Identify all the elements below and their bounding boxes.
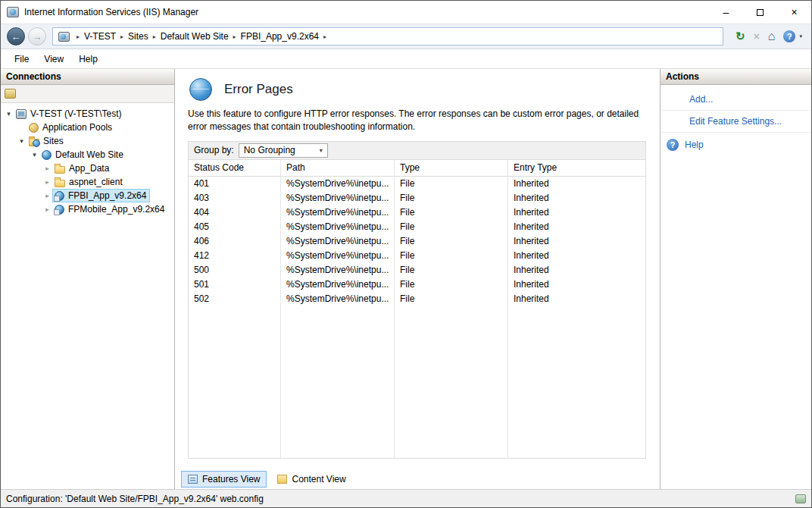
table-cell[interactable]: File xyxy=(395,205,508,220)
table-cell[interactable]: File xyxy=(395,292,508,306)
breadcrumb-arrow-icon: ▸ xyxy=(72,33,84,40)
menu-help[interactable]: Help xyxy=(71,51,105,67)
minimize-button[interactable]: – xyxy=(709,1,743,24)
table-cell[interactable]: 403 xyxy=(189,191,280,205)
table-cell[interactable]: %SystemDrive%\inetpu... xyxy=(281,205,394,220)
maximize-icon xyxy=(757,9,764,16)
tree-expander-icon[interactable]: ▸ xyxy=(42,205,52,213)
column-header-path[interactable]: Path xyxy=(281,160,394,177)
table-cell[interactable]: %SystemDrive%\inetpu... xyxy=(281,278,394,292)
table-cell[interactable]: Inherited xyxy=(508,205,645,220)
tree-expander-icon[interactable]: ▸ xyxy=(42,178,52,186)
table-cell[interactable]: %SystemDrive%\inetpu... xyxy=(281,220,394,234)
help-link[interactable]: ? Help xyxy=(661,133,811,157)
column-header-type[interactable]: Type xyxy=(395,160,508,177)
tree-expander-icon[interactable]: ▸ xyxy=(42,165,52,172)
table-cell[interactable]: %SystemDrive%\inetpu... xyxy=(281,292,394,306)
table-cell[interactable]: 500 xyxy=(189,263,280,278)
breadcrumb-site-icon xyxy=(58,32,70,42)
tab-content-view[interactable]: Content View xyxy=(270,471,352,488)
table-cell[interactable]: File xyxy=(395,263,508,278)
tree-item-label: App_Data xyxy=(69,163,109,174)
help-dropdown-icon[interactable]: ▾ xyxy=(799,33,802,39)
menu-file[interactable]: File xyxy=(7,51,36,67)
feature-content: Error Pages Use this feature to configur… xyxy=(175,69,660,469)
tree-item-application-pools[interactable]: Application Pools xyxy=(1,121,174,134)
table-column-status-code: Status Code401403404405406412500501502 xyxy=(189,160,281,458)
table-cell[interactable]: File xyxy=(395,249,508,263)
help-label: Help xyxy=(685,140,704,150)
table-cell[interactable]: 405 xyxy=(189,220,280,234)
action-add[interactable]: Add... xyxy=(661,89,811,110)
table-cell[interactable]: %SystemDrive%\inetpu... xyxy=(281,234,394,249)
table-cell[interactable]: %SystemDrive%\inetpu... xyxy=(281,177,394,191)
table-cell[interactable]: %SystemDrive%\inetpu... xyxy=(281,191,394,205)
group-by-dropdown[interactable]: No Grouping ▾ xyxy=(239,143,328,158)
tree-expander-icon[interactable]: ▾ xyxy=(17,137,27,145)
tree-item-default-web-site[interactable]: ▾Default Web Site xyxy=(1,148,174,161)
table-cell[interactable]: File xyxy=(395,234,508,249)
forward-button[interactable]: → xyxy=(28,27,46,45)
help-icon[interactable]: ? xyxy=(783,30,795,42)
create-connection-icon[interactable] xyxy=(5,89,16,99)
content-view-icon xyxy=(277,475,287,484)
tree-expander-icon[interactable]: ▸ xyxy=(42,192,52,199)
table-cell[interactable]: Inherited xyxy=(508,263,645,278)
breadcrumb[interactable]: ▸V-TEST▸Sites▸Default Web Site▸FPBI_App_… xyxy=(52,27,723,45)
table-cell[interactable]: 502 xyxy=(189,292,280,306)
table-cell[interactable]: 412 xyxy=(189,249,280,263)
table-cell[interactable]: Inherited xyxy=(508,234,645,249)
table-cell[interactable]: File xyxy=(395,278,508,292)
table-cell[interactable]: Inherited xyxy=(508,191,645,205)
table-column-filler xyxy=(189,306,280,458)
tree-item-v-test-v-test-test[interactable]: ▾V-TEST (V-TEST\Test) xyxy=(1,107,174,121)
table-cell[interactable]: File xyxy=(395,177,508,191)
view-tabs: Features ViewContent View xyxy=(175,469,660,489)
tree-item-fpmobile-app-v9-2x64[interactable]: ▸FPMobile_App_v9.2x64 xyxy=(1,202,174,216)
column-header-entry-type[interactable]: Entry Type xyxy=(508,160,645,177)
column-header-status-code[interactable]: Status Code xyxy=(189,160,280,177)
tree-expander-icon[interactable]: ▾ xyxy=(30,151,39,158)
breadcrumb-v-test[interactable]: V-TEST xyxy=(84,31,116,42)
table-cell[interactable]: 404 xyxy=(189,205,280,220)
table-cell[interactable]: Inherited xyxy=(508,177,645,191)
table-cell[interactable]: %SystemDrive%\inetpu... xyxy=(281,249,394,263)
error-pages-list: Status Code401403404405406412500501502Pa… xyxy=(188,160,646,459)
table-cell[interactable]: Inherited xyxy=(508,249,645,263)
breadcrumb-default-web-site[interactable]: Default Web Site xyxy=(161,31,229,42)
stop-icon[interactable]: × xyxy=(754,30,760,42)
action-edit-feature-settings[interactable]: Edit Feature Settings... xyxy=(661,111,811,132)
group-by-value: No Grouping xyxy=(244,145,295,155)
refresh-icon[interactable]: ↻ xyxy=(735,30,745,43)
table-cell[interactable]: File xyxy=(395,220,508,234)
table-column-type: TypeFileFileFileFileFileFileFileFileFile xyxy=(395,160,508,458)
tree-item-app-data[interactable]: ▸App_Data xyxy=(1,161,174,175)
tree-item-aspnet-client[interactable]: ▸aspnet_client xyxy=(1,175,174,189)
tree-item-label: FPBI_App_v9.2x64 xyxy=(68,190,146,201)
close-button[interactable]: × xyxy=(777,1,811,24)
table-cell[interactable]: Inherited xyxy=(508,220,645,234)
breadcrumb-sites[interactable]: Sites xyxy=(128,31,148,42)
tree-item-fpbi-app-v9-2x64[interactable]: ▸FPBI_App_v9.2x64 xyxy=(1,189,174,202)
tree-item-label: Application Pools xyxy=(42,122,112,133)
menu-view[interactable]: View xyxy=(36,51,71,67)
group-by-label: Group by: xyxy=(194,145,234,155)
tab-features-view[interactable]: Features View xyxy=(181,471,267,488)
back-button[interactable]: ← xyxy=(7,27,25,45)
tree-item-sites[interactable]: ▾Sites xyxy=(1,134,174,148)
table-column-filler xyxy=(395,306,508,458)
app-icon xyxy=(55,205,64,215)
tab-label: Features View xyxy=(202,474,260,484)
table-cell[interactable]: Inherited xyxy=(508,292,645,306)
table-cell[interactable]: Inherited xyxy=(508,278,645,292)
table-cell[interactable]: %SystemDrive%\inetpu... xyxy=(281,263,394,278)
breadcrumb-fpbi-app-v9-2x64[interactable]: FPBI_App_v9.2x64 xyxy=(241,31,319,42)
maximize-button[interactable] xyxy=(743,1,777,24)
table-cell[interactable]: 501 xyxy=(189,278,280,292)
sites-icon xyxy=(29,139,39,146)
table-cell[interactable]: File xyxy=(395,191,508,205)
table-cell[interactable]: 401 xyxy=(189,177,280,191)
table-cell[interactable]: 406 xyxy=(189,234,280,249)
home-icon[interactable]: ⌂ xyxy=(768,30,776,43)
tree-expander-icon[interactable]: ▾ xyxy=(4,110,14,118)
